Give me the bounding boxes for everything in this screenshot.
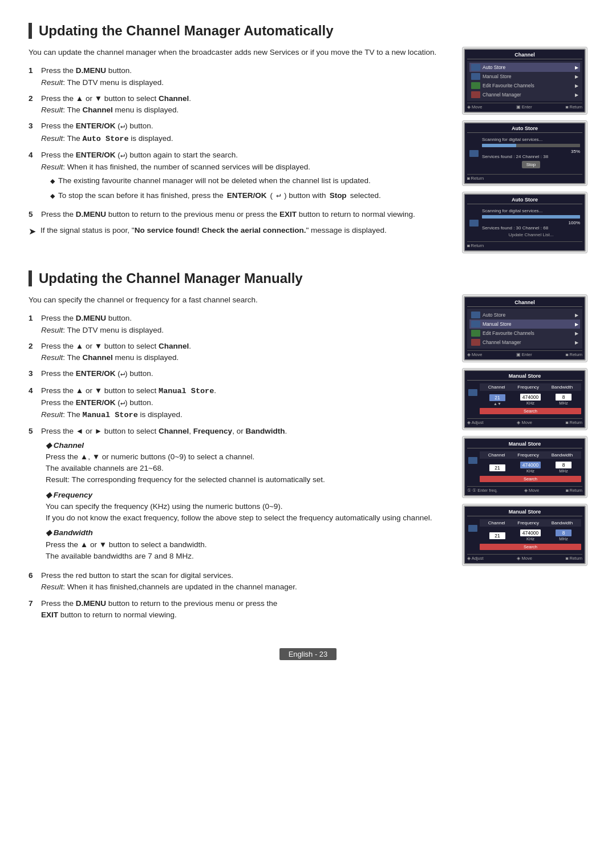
manual-icon-4: [471, 339, 480, 346]
auto-section: Updating the Channel Manager Automatical…: [29, 23, 587, 253]
scan-text-3: Scanning for digital services...: [482, 208, 580, 213]
manual-icon-2: [471, 321, 480, 327]
manual-sub-bullets-5: ◆ Channel Press the ▲, ▼ or numeric butt…: [46, 440, 448, 563]
manual-sub-bw: ◆ Bandwidth Press the ▲ or ▼ button to s…: [46, 527, 448, 562]
auto-menu-1: Auto Store ▶ Manual Store ▶ Edit Favouri…: [467, 61, 582, 101]
manual-step-list: 1 Press the D.MENU button. Result: The D…: [29, 313, 448, 621]
manual-nav-move-4: ◈ Move: [517, 556, 532, 561]
manual-menu-autostore: Auto Store ▶: [469, 310, 580, 320]
manual-screen-2: Manual Store Channel Frequency Bandwidth: [462, 368, 587, 430]
manual-step-content-5: Press the ◄ or ► button to select Channe…: [41, 426, 448, 565]
auto-scan-details-3: Scanning for digital services... 100% Se…: [482, 208, 580, 237]
auto-step-5: 5 Press the D.MENU button to return to t…: [29, 209, 448, 220]
ms-ch-field-4: 21: [489, 532, 505, 539]
ms-ch-arrows-2: ▲▼: [489, 402, 505, 406]
manual-store-bold-4: Manual Store: [159, 386, 214, 395]
manual-step-2: 2 Press the ▲ or ▼ button to select Chan…: [29, 341, 448, 364]
manual-enter-ok-3: ENTER/OK: [76, 369, 116, 378]
ms-ch-field-3: 21: [489, 464, 505, 471]
update-text-3: Update Channel List...: [482, 232, 580, 237]
manual-step-num-7: 7: [29, 598, 37, 621]
auto-bullets-4: The existing favourite channel manager w…: [50, 175, 448, 201]
auto-tip: ➤ If the signal status is poor, "No serv…: [29, 225, 448, 238]
auto-bullet-4-2: To stop the scan before it has finished,…: [50, 190, 448, 201]
auto-step-4: 4 Press the ENTER/OK (↵) button again to…: [29, 149, 448, 204]
nav-return-3: ◙ Return: [467, 243, 484, 248]
manual-nav-enter-1: ▣ Enter: [516, 352, 532, 357]
manual-store-header-4: Channel Frequency Bandwidth: [480, 519, 581, 527]
stop-bold: Stop: [330, 190, 347, 201]
manual-nav-move-1: ◈ Move: [467, 352, 482, 357]
manual-step-4: 4 Press the ▲ or ▼ button to select Manu…: [29, 385, 448, 422]
stop-btn-2[interactable]: Stop: [522, 161, 540, 168]
auto-screen2-title: Auto Store: [467, 126, 582, 133]
step-content-4: Press the ENTER/OK (↵) button again to s…: [41, 149, 448, 204]
manual-screen4-title: Manual Store: [467, 509, 582, 516]
ms-bw-unit-3: MHz: [556, 468, 572, 474]
manual-tv-3: Manual Store Channel Frequency Bandwidth: [464, 438, 586, 496]
auto-section-title: Updating the Channel Manager Automatical…: [29, 23, 587, 39]
ms-ch-value-3: 21: [489, 464, 505, 471]
ms-freq-unit-4: KHz: [520, 536, 541, 541]
auto-tv-3: Auto Store Scanning for digital services…: [464, 193, 586, 252]
manual-step-content-7: Press the D.MENU button to return to the…: [41, 598, 448, 621]
manual-arrow-2: ▶: [575, 322, 578, 327]
manual-nav-return-2: ◙ Return: [566, 420, 582, 425]
progress-pct-2: 35%: [482, 149, 580, 154]
manual-result-6: Result: When it has finished,channels ar…: [41, 581, 448, 593]
freq-subtitle: ◆ Frequency: [46, 491, 92, 499]
manual-nav-bar-2: ◈ Adjust ◈ Move ◙ Return: [467, 418, 582, 425]
manual-menu-editfav: Edit Favourite Channels ▶: [469, 329, 580, 338]
ms-bw-value-3: 8: [556, 462, 572, 468]
tip-arrow-icon: ➤: [29, 225, 36, 238]
scan-icon-3: [469, 220, 479, 227]
step-content-3: Press the ENTER/OK (↵) button. Result: T…: [41, 120, 448, 145]
ms-header-ch-4: Channel: [488, 520, 505, 525]
search-btn-2[interactable]: Search: [480, 408, 581, 414]
manual-arrow-1: ▶: [575, 313, 578, 318]
manual-nav-bar-3: ① ① Enter freq. ◈ Move ◙ Return: [467, 486, 582, 493]
manual-sub-bw-content: ◆ Bandwidth Press the ▲ or ▼ button to s…: [46, 527, 207, 562]
manual-bw-bold-5: Bandwidth: [245, 427, 285, 435]
manual-step-content-6: Press the red button to start the scan f…: [41, 570, 448, 593]
search-btn-3[interactable]: Search: [480, 476, 581, 482]
ms-freq-value-3: 474000: [520, 462, 541, 468]
manual-store-content-3: Channel Frequency Bandwidth 21 474000: [480, 451, 581, 483]
manual-dmenu-1: D.MENU: [76, 314, 106, 322]
manual-sub-channel: ◆ Channel Press the ▲, ▼ or numeric butt…: [46, 440, 448, 486]
manual-step-6: 6 Press the red button to start the scan…: [29, 570, 448, 593]
manual-step-num-5: 5: [29, 426, 37, 565]
progress-bar-2: [482, 144, 580, 147]
step-num-4: 4: [29, 149, 37, 204]
manual-nav-adjust-4: ◈ Adjust: [467, 556, 484, 561]
nav-move-1: ◈ Move: [467, 104, 482, 110]
footer-badge: English - 23: [279, 648, 337, 660]
tv-icon-3: [471, 82, 480, 89]
manual-nav-adjust-2: ◈ Adjust: [467, 420, 484, 425]
manual-intro: You can specify the channel or frequency…: [29, 294, 448, 306]
tv-icon-2: [471, 73, 480, 80]
manual-screen-4: Manual Store Channel Frequency Bandwidth: [462, 504, 587, 566]
search-btn-4[interactable]: Search: [480, 544, 581, 550]
auto-menu-item-autostore: Auto Store ▶: [469, 63, 580, 72]
manual-tv-1: Channel Auto Store ▶ Manual Store ▶ E: [464, 296, 586, 361]
arrow-icon-4: ▶: [575, 92, 578, 98]
manual-freq-bold-5: Frequency: [193, 427, 232, 435]
auto-scan-area-2: Scanning for digital services... 35% Ser…: [467, 135, 582, 172]
manual-dmenu-7: D.MENU: [76, 599, 106, 608]
manual-content-wrapper: You can specify the channel or frequency…: [29, 294, 587, 625]
manual-text-column: You can specify the channel or frequency…: [29, 294, 448, 625]
auto-step-2: 2 Press the ▲ or ▼ button to select Chan…: [29, 93, 448, 116]
manual-step-num-3: 3: [29, 368, 37, 380]
manual-nav-move-2: ◈ Move: [517, 420, 532, 425]
ms-ch-value-4: 21: [489, 532, 505, 539]
auto-scan-row-2: Scanning for digital services... 35% Ser…: [469, 137, 580, 170]
ms-freq-unit-3: KHz: [520, 468, 541, 474]
nav-return-1: ◙ Return: [566, 104, 582, 110]
step-content-2: Press the ▲ or ▼ button to select Channe…: [41, 93, 448, 116]
ms-header-ch-3: Channel: [488, 452, 505, 458]
ms-bw-field-3: 8 MHz: [556, 462, 572, 474]
manual-screen-1: Channel Auto Store ▶ Manual Store ▶ E: [462, 294, 587, 362]
result-3: Result: The Auto Store is displayed.: [41, 133, 448, 145]
manual-step-7: 7 Press the D.MENU button to return to t…: [29, 598, 448, 621]
